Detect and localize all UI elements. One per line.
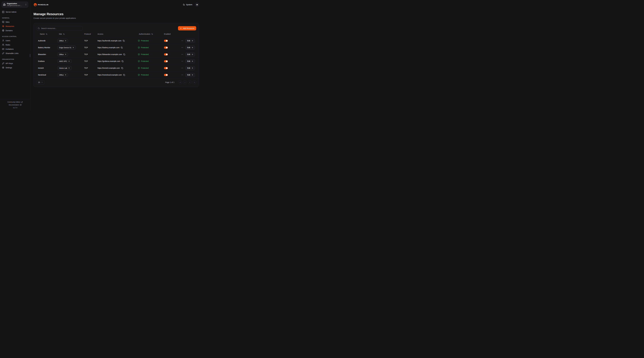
site-link-button[interactable]: Office (57, 73, 68, 77)
last-page-button[interactable] (193, 81, 196, 84)
sidebar-scrollbar[interactable] (30, 54, 30, 57)
copy-url-button[interactable] (121, 67, 123, 69)
sort-icon (46, 33, 48, 35)
sidebar-item-settings[interactable]: Settings (2, 66, 28, 70)
server-icon (2, 11, 4, 13)
building-icon (3, 3, 6, 6)
sidebar-item-sites[interactable]: Sites (2, 20, 28, 24)
shield-check-icon (138, 40, 140, 42)
link-icon (2, 52, 4, 54)
enabled-toggle[interactable] (164, 40, 168, 42)
copy-url-button[interactable] (123, 54, 125, 56)
table-row: Immich Home Lab TCP https://immich.examp… (34, 65, 199, 72)
row-menu-button[interactable] (181, 60, 183, 62)
edit-button[interactable]: Edit (185, 73, 195, 77)
site-link-button[interactable]: AWS VPC (57, 59, 72, 63)
site-link-button[interactable]: Edge Device 01 (57, 46, 76, 50)
edit-button[interactable]: Edit (185, 53, 195, 57)
sidebar-item-label: Server Admin (6, 11, 16, 13)
next-page-button[interactable] (188, 81, 192, 84)
user-icon (2, 40, 4, 42)
column-header-authentication[interactable]: Authentication (138, 33, 164, 35)
row-menu-button[interactable] (181, 47, 183, 49)
sidebar-item-server-admin[interactable]: Server Admin (2, 10, 28, 14)
site-cell: Office (57, 39, 84, 43)
arrow-up-right-icon (65, 74, 66, 76)
sidebar-item-shareable-links[interactable]: Shareable Links (2, 51, 28, 56)
enabled-toggle[interactable] (164, 53, 168, 56)
site-link-button[interactable]: Office (57, 39, 68, 43)
first-page-button[interactable] (178, 81, 182, 84)
ticket-check-icon (2, 48, 4, 50)
resource-name: Grafana (38, 60, 57, 62)
edit-button[interactable]: Edit (185, 59, 195, 63)
authentication-status: Protected (141, 47, 149, 49)
column-header-site[interactable]: Site (57, 33, 84, 35)
copy-url-button[interactable] (123, 40, 125, 42)
table-header: Name Site Protocol Access Authentication… (34, 31, 199, 37)
enabled-toggle[interactable] (164, 74, 168, 76)
sidebar-item-resources[interactable]: Resources (2, 24, 28, 28)
site-name: Office (59, 40, 64, 42)
row-menu-button[interactable] (181, 67, 183, 69)
edit-button[interactable]: Edit (185, 46, 195, 50)
sidebar-item-label: Domains (6, 30, 12, 32)
copy-icon (122, 60, 124, 62)
site-link-button[interactable]: Office (57, 53, 68, 56)
protocol-cell: TCP (84, 67, 98, 69)
actions-cell: Edit (181, 73, 195, 77)
arrow-up-right-icon (68, 67, 70, 69)
theme-toggle[interactable]: System (183, 4, 192, 6)
gear-icon (2, 67, 4, 69)
key-icon (2, 62, 4, 65)
enabled-toggle[interactable] (164, 60, 168, 62)
column-header-name[interactable]: Name (38, 33, 57, 35)
site-link-button[interactable]: Home Lab (57, 66, 72, 70)
enabled-cell (164, 74, 181, 76)
arrow-right-icon (192, 67, 193, 69)
resource-name: Immich (38, 67, 57, 69)
row-menu-button[interactable] (181, 53, 183, 56)
row-menu-button[interactable] (181, 74, 183, 76)
copy-icon (121, 67, 123, 69)
previous-page-button[interactable] (183, 81, 187, 84)
sidebar-item-roles[interactable]: Roles (2, 43, 28, 47)
search-input[interactable] (36, 26, 82, 31)
page-size-select[interactable]: 20 (36, 80, 44, 84)
enabled-toggle[interactable] (164, 47, 168, 49)
column-label: Enabled (164, 33, 170, 35)
page-info: Page 1 of 1 (165, 81, 174, 83)
sidebar-item-domains[interactable]: Domains (2, 28, 28, 33)
community-edition-link[interactable]: Community Edition (0, 101, 30, 104)
avatar[interactable]: M (195, 3, 199, 7)
sidebar-footer: Community Edition Documentation v1.7.0 (0, 99, 30, 111)
site-cell: Home Lab (57, 66, 84, 70)
search-icon (38, 27, 40, 29)
table-body: Authentik Office TCP https://authentik.e… (34, 37, 199, 78)
add-resource-button[interactable]: Add Resource (178, 26, 196, 31)
resource-name: Nextcloud (38, 74, 57, 76)
brand-name: PANGOLIN (38, 4, 48, 6)
arrow-right-icon (192, 40, 193, 42)
edit-button[interactable]: Edit (185, 66, 195, 70)
resources-card: Add Resource Name Site Protocol Access A… (34, 23, 199, 87)
enabled-toggle[interactable] (164, 67, 168, 69)
ellipsis-icon (181, 40, 183, 42)
sidebar-item-invitations[interactable]: Invitations (2, 47, 28, 51)
sidebar-item-api-keys[interactable]: API Keys (2, 61, 28, 66)
documentation-link[interactable]: Documentation (0, 104, 30, 106)
arrow-up-right-icon (68, 61, 70, 62)
edit-button[interactable]: Edit (185, 39, 195, 43)
edit-label: Edit (187, 53, 190, 56)
row-menu-button[interactable] (181, 40, 183, 42)
sidebar-item-label: API Keys (6, 62, 13, 65)
column-label: Name (40, 33, 45, 35)
copy-url-button[interactable] (123, 74, 125, 76)
copy-url-button[interactable] (121, 47, 123, 49)
copy-url-button[interactable] (122, 60, 124, 62)
search-box (36, 26, 82, 31)
column-label: Site (59, 33, 62, 35)
sidebar-item-users[interactable]: Users (2, 39, 28, 43)
ellipsis-icon (181, 60, 183, 62)
org-selector[interactable]: Organization milo@fossorial.io's ... (2, 2, 28, 8)
